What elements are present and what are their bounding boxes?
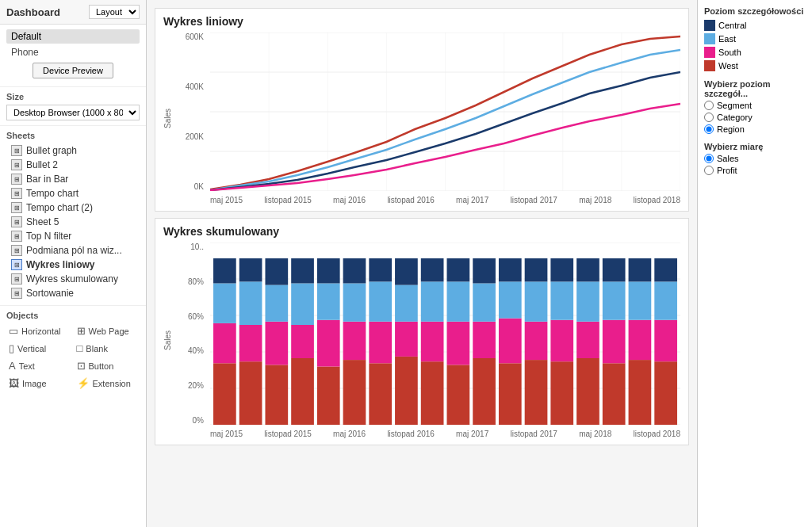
detail-radio-label: Region [717,124,745,134]
bar-segment [603,281,626,319]
layouts-section: Default Phone Device Preview [0,25,146,87]
sheet-label: Wykres liniowy [26,259,94,270]
detail-radio-group: SegmentCategoryRegion [704,101,806,134]
sheet-item[interactable]: ⊞Tempo chart (2) [6,200,140,215]
sheet-item[interactable]: ⊞Sortowanie [6,286,140,300]
y-tick: 0K [177,182,204,191]
bar-segment [317,258,340,284]
y-tick: 200K [177,132,204,141]
sheet-item[interactable]: ⊞Wykres skumulowany [6,272,140,286]
sheet-item[interactable]: ⊞Top N filter [6,229,140,243]
x-label: listopad 2017 [510,430,557,438]
detail-radio-input[interactable] [704,124,714,134]
sheet-label: Tempo chart [26,188,79,199]
sheet-label: Sheet 5 [26,216,59,227]
objects-section-title: Objects [6,311,140,320]
legend-swatch [704,60,715,71]
measure-radio-item[interactable]: Profit [704,166,806,175]
sheet-item[interactable]: ⊞Tempo chart [6,186,140,200]
object-item[interactable]: 🖼Image [6,376,72,391]
object-label: Text [19,361,35,371]
sheet-item[interactable]: ⊞Bullet 2 [6,158,140,172]
detail-radio-item[interactable]: Segment [704,101,806,110]
object-item[interactable]: ⚡Extension [75,376,140,391]
bar-segment [576,322,599,358]
sheet-icon: ⊞ [11,273,22,285]
bar-segment [265,365,288,425]
device-preview-button[interactable]: Device Preview [33,63,113,78]
bar-segment [499,258,522,281]
layout-phone[interactable]: Phone [6,45,140,59]
sidebar-header: Dashboard Layout [0,0,146,25]
legend-section: Poziom szczegółowości CentralEastSouthWe… [704,6,806,71]
layout-select[interactable]: Layout [89,5,140,19]
line-chart-area: West East Central South maj 2015listopad… [210,32,680,204]
size-select[interactable]: Desktop Browser (1000 x 800) [6,105,140,120]
sheet-icon: ⊞ [11,288,22,299]
measure-radio-item[interactable]: Sales [704,154,806,163]
bar-segment [447,258,470,281]
sheet-item[interactable]: ⊞Sheet 5 [6,215,140,229]
object-icon: ⚡ [77,377,90,389]
bar-segment [499,281,522,318]
sheet-item[interactable]: ⊞Bullet graph [6,143,140,158]
size-section: Size Desktop Browser (1000 x 800) [0,87,146,126]
sheet-label: Bar in Bar [26,174,68,185]
bar-chart-y-label: Sales [163,330,172,350]
sheet-icon: ⊞ [11,259,22,270]
objects-section: Objects ▭Horizontal⊞Web Page▯Vertical□Bl… [0,306,146,395]
object-item[interactable]: ▭Horizontal [6,323,72,338]
size-section-title: Size [6,92,140,101]
detail-radio-item[interactable]: Category [704,113,806,122]
bar-segment [550,320,573,362]
y-tick: 400K [177,82,204,91]
object-item[interactable]: □Blank [75,341,140,356]
y-tick: 20% [177,381,204,390]
objects-grid: ▭Horizontal⊞Web Page▯Vertical□BlankAText… [6,323,140,391]
bar-segment [239,325,262,361]
legend-label: Central [718,21,746,30]
bar-segment [525,322,548,360]
bar-segment [265,258,288,285]
detail-radio-input[interactable] [704,113,714,122]
measure-radio-input[interactable] [704,154,714,163]
sheet-item[interactable]: ⊞Podmiana pól na wiz... [6,243,140,258]
bar-segment [369,363,392,425]
bar-segment [239,281,262,325]
bar-segment [576,358,599,425]
legend-label: West [718,61,738,71]
object-item[interactable]: ⊡Button [75,358,140,373]
bar-segment [343,322,366,360]
bar-segment [654,281,677,319]
x-label: maj 2017 [456,430,488,438]
object-item[interactable]: ⊞Web Page [75,323,140,338]
detail-section-title: Poziom szczegółowości [704,6,806,16]
bar-segment [343,360,366,425]
legend-item: East [704,33,806,44]
object-item[interactable]: ▯Vertical [6,341,72,356]
legend-swatch [704,47,715,58]
bar-segment [603,320,626,364]
layout-default[interactable]: Default [6,29,140,44]
main-content: Wykres liniowy Sales 600K400K200K0K [147,0,697,527]
bar-segment [395,322,418,357]
sheet-icon: ⊞ [11,202,22,213]
x-label: maj 2015 [210,430,243,438]
x-label: listopad 2016 [387,196,435,204]
sheet-icon: ⊞ [11,188,22,199]
bar-segment [525,258,548,281]
bar-segment [629,320,652,360]
object-icon: ⊞ [77,325,86,337]
sheet-item[interactable]: ⊞Wykres liniowy [6,258,140,272]
object-item[interactable]: AText [6,358,72,373]
sheet-item[interactable]: ⊞Bar in Bar [6,172,140,186]
detail-radio-input[interactable] [704,101,714,110]
y-tick: 10.. [177,242,204,251]
bar-segment [629,360,652,425]
bar-chart-area: maj 2015listopad 2015maj 2016listopad 20… [210,242,680,438]
detail-radio-label: Category [717,113,753,122]
measure-radio-input[interactable] [704,166,714,175]
detail-radio-item[interactable]: Region [704,124,806,134]
bar-chart-x-labels: maj 2015listopad 2015maj 2016listopad 20… [210,430,680,438]
object-label: Horizontal [21,327,61,336]
